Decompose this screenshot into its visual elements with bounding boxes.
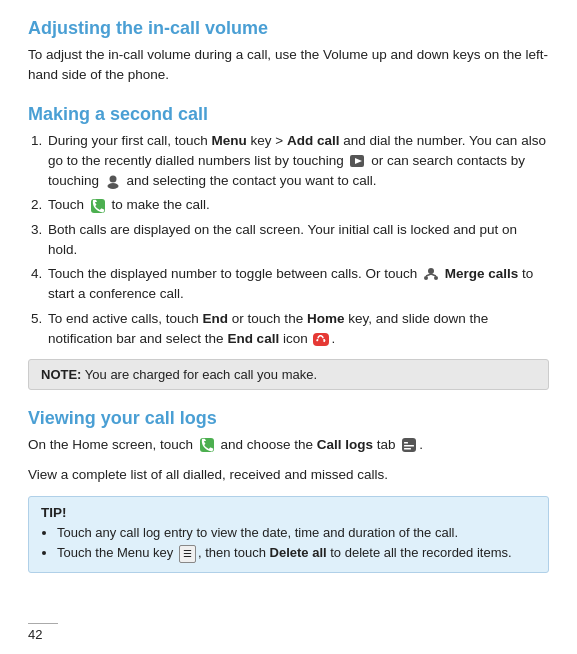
svg-point-3	[107, 183, 118, 189]
step4-text: Touch the displayed number to toggle bet…	[48, 266, 533, 301]
step-1: During your first call, touch Menu key >…	[46, 131, 549, 192]
tip-title: TIP!	[41, 505, 536, 520]
step5-text: To end active calls, touch End or touch …	[48, 311, 488, 346]
note-label: NOTE:	[41, 367, 81, 382]
svg-line-9	[431, 274, 436, 276]
section2-title: Making a second call	[28, 104, 549, 125]
note-text: You are charged for each call you make.	[81, 367, 317, 382]
section3-intro1: On the Home screen, touch and choose the…	[28, 435, 549, 455]
svg-line-8	[426, 274, 431, 276]
step-2: Touch to make the call.	[46, 195, 549, 215]
end-call-icon	[313, 333, 329, 346]
step-3: Both calls are displayed on the call scr…	[46, 220, 549, 261]
tip-item-2: Touch the Menu key ☰, then touch Delete …	[57, 543, 536, 564]
section3-title: Viewing your call logs	[28, 408, 549, 429]
tip-list: Touch any call log entry to view the dat…	[57, 523, 536, 565]
svg-rect-13	[404, 442, 408, 444]
step2-text: Touch to make the call.	[48, 197, 210, 212]
delete-all-bold: Delete all	[270, 545, 327, 560]
step1-bold2: Add call	[287, 133, 340, 148]
steps-list: During your first call, touch Menu key >…	[46, 131, 549, 350]
svg-rect-10	[313, 333, 329, 346]
page-number: 42	[28, 623, 58, 642]
contacts-icon	[105, 173, 121, 189]
svg-rect-14	[404, 445, 414, 447]
recent-calls-icon	[349, 153, 365, 169]
tip-box: TIP! Touch any call log entry to view th…	[28, 496, 549, 574]
step5-bold1: End	[203, 311, 229, 326]
svg-point-2	[109, 176, 116, 183]
step5-bold3: End call	[227, 331, 279, 346]
calllog-tab-icon	[401, 437, 417, 453]
phone-icon-2	[199, 437, 215, 453]
section3-intro2: View a complete list of all dialled, rec…	[28, 465, 549, 485]
step-5: To end active calls, touch End or touch …	[46, 309, 549, 350]
step5-bold2: Home	[307, 311, 345, 326]
menu-key-icon: ☰	[179, 545, 196, 563]
section1-title: Adjusting the in-call volume	[28, 18, 549, 39]
tip-item-1: Touch any call log entry to view the dat…	[57, 523, 536, 544]
step1-text: During your first call, touch Menu key >…	[48, 133, 546, 189]
step3-text: Both calls are displayed on the call scr…	[48, 222, 517, 257]
step1-bold1: Menu	[212, 133, 247, 148]
svg-rect-15	[404, 448, 411, 450]
step-4: Touch the displayed number to toggle bet…	[46, 264, 549, 305]
note-box: NOTE: You are charged for each call you …	[28, 359, 549, 390]
svg-point-5	[428, 268, 434, 274]
merge-icon	[423, 266, 439, 282]
section1-intro: To adjust the in-call volume during a ca…	[28, 45, 549, 86]
phone-icon	[90, 198, 106, 214]
calllogs-bold: Call logs	[317, 437, 373, 452]
svg-point-7	[434, 276, 438, 280]
step4-bold: Merge calls	[445, 266, 519, 281]
svg-point-6	[424, 276, 428, 280]
